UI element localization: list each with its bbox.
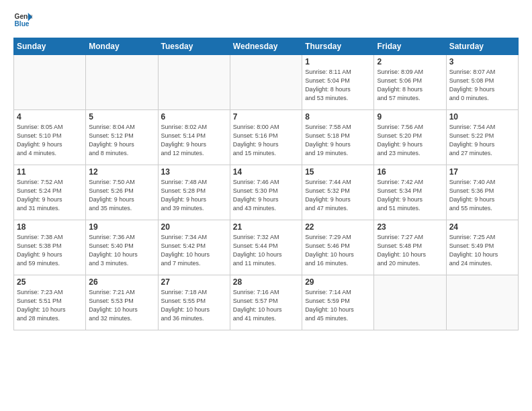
calendar-cell bbox=[158, 55, 230, 110]
day-number: 16 bbox=[377, 167, 443, 177]
day-number: 1 bbox=[305, 57, 371, 66]
day-info: Sunrise: 7:56 AM Sunset: 5:20 PM Dayligh… bbox=[377, 123, 443, 158]
calendar-cell: 6Sunrise: 8:02 AM Sunset: 5:14 PM Daylig… bbox=[158, 110, 230, 165]
day-number: 29 bbox=[305, 277, 371, 287]
day-number: 21 bbox=[233, 222, 299, 232]
day-number: 10 bbox=[449, 112, 515, 122]
day-number: 12 bbox=[89, 167, 154, 177]
calendar-cell: 26Sunrise: 7:21 AM Sunset: 5:53 PM Dayli… bbox=[86, 275, 158, 330]
day-number: 7 bbox=[233, 112, 299, 122]
calendar-cell: 5Sunrise: 8:04 AM Sunset: 5:12 PM Daylig… bbox=[86, 110, 158, 165]
calendar-cell: 20Sunrise: 7:34 AM Sunset: 5:42 PM Dayli… bbox=[158, 220, 230, 275]
calendar-cell: 29Sunrise: 7:14 AM Sunset: 5:59 PM Dayli… bbox=[302, 275, 374, 330]
day-info: Sunrise: 7:50 AM Sunset: 5:26 PM Dayligh… bbox=[89, 178, 154, 213]
day-number: 20 bbox=[161, 222, 227, 232]
day-number: 26 bbox=[89, 277, 154, 287]
day-number: 11 bbox=[17, 167, 83, 177]
calendar-cell: 13Sunrise: 7:48 AM Sunset: 5:28 PM Dayli… bbox=[158, 165, 230, 220]
day-number: 3 bbox=[449, 57, 515, 66]
day-info: Sunrise: 7:25 AM Sunset: 5:49 PM Dayligh… bbox=[449, 233, 515, 268]
day-number: 15 bbox=[305, 167, 371, 177]
calendar-cell: 8Sunrise: 7:58 AM Sunset: 5:18 PM Daylig… bbox=[302, 110, 374, 165]
page: General Blue SundayMondayTuesdayWednesda… bbox=[0, 0, 532, 337]
week-row-2: 11Sunrise: 7:52 AM Sunset: 5:24 PM Dayli… bbox=[14, 165, 519, 220]
day-number: 19 bbox=[89, 222, 154, 232]
day-number: 5 bbox=[89, 112, 154, 122]
weekday-header-tuesday: Tuesday bbox=[158, 38, 230, 55]
day-info: Sunrise: 7:29 AM Sunset: 5:46 PM Dayligh… bbox=[305, 233, 371, 268]
day-number: 4 bbox=[17, 112, 83, 122]
day-info: Sunrise: 7:48 AM Sunset: 5:28 PM Dayligh… bbox=[161, 178, 227, 213]
day-info: Sunrise: 7:16 AM Sunset: 5:57 PM Dayligh… bbox=[233, 288, 299, 323]
calendar-cell: 9Sunrise: 7:56 AM Sunset: 5:20 PM Daylig… bbox=[374, 110, 446, 165]
week-row-1: 4Sunrise: 8:05 AM Sunset: 5:10 PM Daylig… bbox=[14, 110, 519, 165]
day-number: 22 bbox=[305, 222, 371, 232]
svg-text:Blue: Blue bbox=[15, 20, 30, 28]
day-info: Sunrise: 8:11 AM Sunset: 5:04 PM Dayligh… bbox=[305, 68, 371, 103]
calendar-cell: 10Sunrise: 7:54 AM Sunset: 5:22 PM Dayli… bbox=[446, 110, 518, 165]
week-row-4: 25Sunrise: 7:23 AM Sunset: 5:51 PM Dayli… bbox=[14, 275, 519, 330]
day-info: Sunrise: 7:44 AM Sunset: 5:32 PM Dayligh… bbox=[305, 178, 371, 213]
day-number: 18 bbox=[17, 222, 83, 232]
day-number: 23 bbox=[377, 222, 443, 232]
weekday-header-wednesday: Wednesday bbox=[230, 38, 302, 55]
calendar-cell bbox=[86, 55, 158, 110]
day-info: Sunrise: 8:07 AM Sunset: 5:08 PM Dayligh… bbox=[449, 68, 515, 103]
day-info: Sunrise: 7:23 AM Sunset: 5:51 PM Dayligh… bbox=[17, 288, 83, 323]
weekday-header-sunday: Sunday bbox=[14, 38, 86, 55]
calendar-table: SundayMondayTuesdayWednesdayThursdayFrid… bbox=[13, 38, 519, 330]
day-info: Sunrise: 8:05 AM Sunset: 5:10 PM Dayligh… bbox=[17, 123, 83, 158]
calendar-cell: 4Sunrise: 8:05 AM Sunset: 5:10 PM Daylig… bbox=[14, 110, 86, 165]
day-number: 6 bbox=[161, 112, 227, 122]
calendar-cell: 24Sunrise: 7:25 AM Sunset: 5:49 PM Dayli… bbox=[446, 220, 518, 275]
day-number: 2 bbox=[377, 57, 443, 66]
day-info: Sunrise: 7:38 AM Sunset: 5:38 PM Dayligh… bbox=[17, 233, 83, 268]
day-number: 27 bbox=[161, 277, 227, 287]
calendar-cell: 21Sunrise: 7:32 AM Sunset: 5:44 PM Dayli… bbox=[230, 220, 302, 275]
week-row-3: 18Sunrise: 7:38 AM Sunset: 5:38 PM Dayli… bbox=[14, 220, 519, 275]
day-info: Sunrise: 7:18 AM Sunset: 5:55 PM Dayligh… bbox=[161, 288, 227, 323]
day-number: 13 bbox=[161, 167, 227, 177]
day-number: 9 bbox=[377, 112, 443, 122]
day-number: 24 bbox=[449, 222, 515, 232]
day-info: Sunrise: 7:58 AM Sunset: 5:18 PM Dayligh… bbox=[305, 123, 371, 158]
day-number: 17 bbox=[449, 167, 515, 177]
day-info: Sunrise: 8:04 AM Sunset: 5:12 PM Dayligh… bbox=[89, 123, 154, 158]
calendar-cell: 12Sunrise: 7:50 AM Sunset: 5:26 PM Dayli… bbox=[86, 165, 158, 220]
calendar-cell: 15Sunrise: 7:44 AM Sunset: 5:32 PM Dayli… bbox=[302, 165, 374, 220]
day-info: Sunrise: 7:42 AM Sunset: 5:34 PM Dayligh… bbox=[377, 178, 443, 213]
day-info: Sunrise: 7:54 AM Sunset: 5:22 PM Dayligh… bbox=[449, 123, 515, 158]
calendar-cell bbox=[374, 275, 446, 330]
day-info: Sunrise: 8:09 AM Sunset: 5:06 PM Dayligh… bbox=[377, 68, 443, 103]
day-info: Sunrise: 8:00 AM Sunset: 5:16 PM Dayligh… bbox=[233, 123, 299, 158]
day-number: 14 bbox=[233, 167, 299, 177]
day-info: Sunrise: 7:52 AM Sunset: 5:24 PM Dayligh… bbox=[17, 178, 83, 213]
weekday-header-friday: Friday bbox=[374, 38, 446, 55]
logo-icon: General Blue bbox=[13, 11, 32, 30]
day-info: Sunrise: 7:40 AM Sunset: 5:36 PM Dayligh… bbox=[449, 178, 515, 213]
day-info: Sunrise: 7:14 AM Sunset: 5:59 PM Dayligh… bbox=[305, 288, 371, 323]
day-info: Sunrise: 7:36 AM Sunset: 5:40 PM Dayligh… bbox=[89, 233, 154, 268]
calendar-cell: 19Sunrise: 7:36 AM Sunset: 5:40 PM Dayli… bbox=[86, 220, 158, 275]
calendar-cell: 17Sunrise: 7:40 AM Sunset: 5:36 PM Dayli… bbox=[446, 165, 518, 220]
weekday-header-thursday: Thursday bbox=[302, 38, 374, 55]
calendar-cell: 1Sunrise: 8:11 AM Sunset: 5:04 PM Daylig… bbox=[302, 55, 374, 110]
calendar-cell bbox=[230, 55, 302, 110]
calendar-cell: 27Sunrise: 7:18 AM Sunset: 5:55 PM Dayli… bbox=[158, 275, 230, 330]
calendar-cell: 16Sunrise: 7:42 AM Sunset: 5:34 PM Dayli… bbox=[374, 165, 446, 220]
calendar-cell: 2Sunrise: 8:09 AM Sunset: 5:06 PM Daylig… bbox=[374, 55, 446, 110]
calendar-cell bbox=[446, 275, 518, 330]
logo: General Blue bbox=[13, 11, 35, 30]
day-info: Sunrise: 7:34 AM Sunset: 5:42 PM Dayligh… bbox=[161, 233, 227, 268]
day-info: Sunrise: 7:21 AM Sunset: 5:53 PM Dayligh… bbox=[89, 288, 154, 323]
weekday-header-monday: Monday bbox=[86, 38, 158, 55]
week-row-0: 1Sunrise: 8:11 AM Sunset: 5:04 PM Daylig… bbox=[14, 55, 519, 110]
calendar-cell: 7Sunrise: 8:00 AM Sunset: 5:16 PM Daylig… bbox=[230, 110, 302, 165]
calendar-cell: 18Sunrise: 7:38 AM Sunset: 5:38 PM Dayli… bbox=[14, 220, 86, 275]
day-info: Sunrise: 8:02 AM Sunset: 5:14 PM Dayligh… bbox=[161, 123, 227, 158]
header: General Blue bbox=[13, 11, 519, 30]
day-number: 28 bbox=[233, 277, 299, 287]
day-number: 25 bbox=[17, 277, 83, 287]
day-info: Sunrise: 7:32 AM Sunset: 5:44 PM Dayligh… bbox=[233, 233, 299, 268]
calendar-cell: 14Sunrise: 7:46 AM Sunset: 5:30 PM Dayli… bbox=[230, 165, 302, 220]
